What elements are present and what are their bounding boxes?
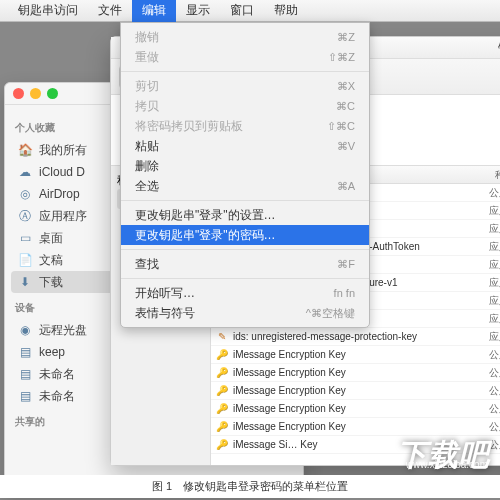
menu-item-label: 重做 (135, 49, 159, 66)
menu-显示[interactable]: 显示 (176, 0, 220, 22)
col-kind[interactable]: 种类 (489, 168, 500, 182)
menu-编辑[interactable]: 编辑 (132, 0, 176, 22)
item-kind: 公用 (489, 348, 500, 362)
sidebar-item-label: 文稿 (39, 252, 63, 269)
menu-item[interactable]: 粘贴⌘V (121, 136, 369, 156)
item-name: iMessage Encryption Key (233, 385, 489, 396)
menu-item-label: 表情与符号 (135, 305, 195, 322)
menubar: 钥匙串访问文件编辑显示窗口帮助 (0, 0, 500, 22)
menu-item: 将密码拷贝到剪贴板⇧⌘C (121, 116, 369, 136)
menu-shortcut: ⇧⌘Z (328, 51, 355, 64)
menu-钥匙串访问[interactable]: 钥匙串访问 (8, 0, 88, 22)
sidebar-item-label: AirDrop (39, 187, 80, 201)
menu-item-label: 撤销 (135, 29, 159, 46)
apps-icon: Ⓐ (17, 208, 33, 224)
menu-item-label: 剪切 (135, 78, 159, 95)
item-name: iMessage Encryption Key (233, 367, 489, 378)
menu-shortcut: ⌘C (336, 100, 355, 113)
sidebar-item-label: 下载 (39, 274, 63, 291)
zoom-icon[interactable] (47, 88, 58, 99)
item-kind: 应用 (489, 330, 500, 344)
key-icon: 🔑 (215, 402, 229, 416)
close-icon[interactable] (13, 88, 24, 99)
menu-item-label: 更改钥匙串"登录"的设置… (135, 207, 276, 224)
list-row[interactable]: 🔑iMessage Encryption Key公用 (211, 382, 500, 400)
sidebar-item-label: 应用程序 (39, 208, 87, 225)
item-kind: 应用 (489, 258, 500, 272)
menu-shortcut: ⌘V (337, 140, 355, 153)
menu-item-label: 拷贝 (135, 98, 159, 115)
sidebar-item-label: 远程光盘 (39, 322, 87, 339)
sidebar-item-label: 未命名 (39, 388, 75, 405)
menu-帮助[interactable]: 帮助 (264, 0, 308, 22)
item-kind: 公用 (489, 438, 500, 452)
menu-item: 撤销⌘Z (121, 27, 369, 47)
menu-shortcut: fn fn (334, 287, 355, 299)
menu-item: 剪切⌘X (121, 76, 369, 96)
menu-item[interactable]: 删除 (121, 156, 369, 176)
minimize-icon[interactable] (30, 88, 41, 99)
menu-separator (121, 71, 369, 72)
item-kind: 应用 (489, 240, 500, 254)
menu-item[interactable]: 全选⌘A (121, 176, 369, 196)
menu-item[interactable]: 更改钥匙串"登录"的设置… (121, 205, 369, 225)
drive-icon: ▤ (17, 344, 33, 360)
sidebar-item-label: 桌面 (39, 230, 63, 247)
item-kind: 公用 (489, 186, 500, 200)
item-kind: 公用 (489, 384, 500, 398)
menu-shortcut: ^⌘空格键 (306, 306, 355, 321)
menu-separator (121, 200, 369, 201)
list-row[interactable]: 🔑iMessage Encryption Key公用 (211, 346, 500, 364)
item-name: iMessage Encryption Key (233, 403, 489, 414)
list-row[interactable]: 🔑iMessage Encryption Key公用 (211, 418, 500, 436)
menu-shortcut: ⌘Z (337, 31, 355, 44)
menu-item-label: 将密码拷贝到剪贴板 (135, 118, 243, 135)
key-icon: 🔑 (215, 366, 229, 380)
menu-文件[interactable]: 文件 (88, 0, 132, 22)
menu-item-label: 粘贴 (135, 138, 159, 155)
menu-item-label: 查找 (135, 256, 159, 273)
item-name: ids: unregistered-message-protection-key (233, 331, 489, 342)
cloud-icon: ☁ (17, 164, 33, 180)
docs-icon: 📄 (17, 252, 33, 268)
drive-icon: ▤ (17, 366, 33, 382)
menu-separator (121, 278, 369, 279)
item-name: iMessage Encryption Key (233, 421, 489, 432)
drive-icon: ▤ (17, 388, 33, 404)
item-kind: 应用 (489, 204, 500, 218)
list-row[interactable]: 🔑iMessage Encryption Key公用 (211, 400, 500, 418)
menu-item[interactable]: 开始听写…fn fn (121, 283, 369, 303)
item-kind: 公用 (489, 366, 500, 380)
desktop-icon: ▭ (17, 230, 33, 246)
menu-shortcut: ⌘F (337, 258, 355, 271)
item-kind: 应用 (489, 222, 500, 236)
sidebar-item-label: 我的所有 (39, 142, 87, 159)
item-kind: 公用 (489, 420, 500, 434)
key-icon: 🔑 (215, 348, 229, 362)
disc-icon: ◉ (17, 322, 33, 338)
menu-item[interactable]: 更改钥匙串"登录"的密码… (121, 225, 369, 245)
key-icon: 🔑 (215, 420, 229, 434)
menu-shortcut: ⌘X (337, 80, 355, 93)
list-row[interactable]: 🔑iMessage Encryption Key公用 (211, 364, 500, 382)
sidebar-item-label: iCloud D (39, 165, 85, 179)
airdrop-icon: ◎ (17, 186, 33, 202)
item-name: iMessage Encryption Key (233, 349, 489, 360)
menu-shortcut: ⇧⌘C (327, 120, 355, 133)
menu-item-label: 开始听写… (135, 285, 195, 302)
down-icon: ⬇ (17, 274, 33, 290)
list-row[interactable]: ✎ids: unregistered-message-protection-ke… (211, 328, 500, 346)
menu-item[interactable]: 查找⌘F (121, 254, 369, 274)
menu-item: 拷贝⌘C (121, 96, 369, 116)
figure-caption: 图 1 修改钥匙串登录密码的菜单栏位置 (0, 475, 500, 498)
menu-item-label: 更改钥匙串"登录"的密码… (135, 227, 276, 244)
menu-item: 重做⇧⌘Z (121, 47, 369, 67)
sidebar-item-label: 未命名 (39, 366, 75, 383)
key-icon: 🔑 (215, 384, 229, 398)
item-kind: 应用 (489, 276, 500, 290)
menu-item[interactable]: 表情与符号^⌘空格键 (121, 303, 369, 323)
sidebar-item-label: keep (39, 345, 65, 359)
edit-menu-dropdown: 撤销⌘Z重做⇧⌘Z剪切⌘X拷贝⌘C将密码拷贝到剪贴板⇧⌘C粘贴⌘V删除全选⌘A更… (120, 22, 370, 328)
menu-窗口[interactable]: 窗口 (220, 0, 264, 22)
key-icon: 🔑 (215, 438, 229, 452)
